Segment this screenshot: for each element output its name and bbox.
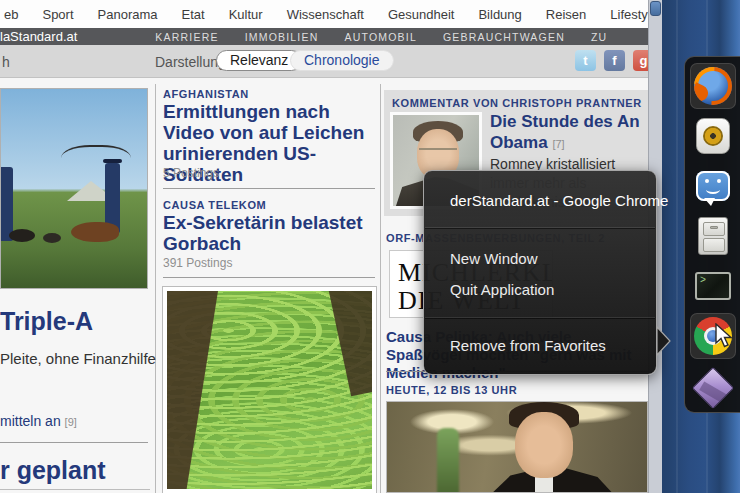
nav-item-zu-truncated[interactable]: ZU xyxy=(591,31,607,43)
nav-item-karriere[interactable]: KARRIERE xyxy=(155,31,218,43)
photo-bananas[interactable] xyxy=(163,287,376,493)
photo-shadow xyxy=(326,287,376,396)
link-text[interactable]: mitteln an xyxy=(0,413,61,429)
link-mitteln-an[interactable]: mitteln an [9] xyxy=(0,413,77,429)
face-shape xyxy=(515,412,573,478)
purple-diamond-icon xyxy=(692,367,734,409)
nav-item-automobil[interactable]: AUTOMOBIL xyxy=(344,31,416,43)
kicker-afghanistan[interactable]: AFGHANISTAN xyxy=(163,88,249,100)
nav-item-gesundheit[interactable]: Gesundheit xyxy=(388,7,455,22)
divider xyxy=(0,442,148,443)
column-divider xyxy=(380,84,381,493)
chat-bubble-icon xyxy=(696,171,730,201)
firefox-icon xyxy=(694,67,732,105)
photo-interview-guest[interactable] xyxy=(386,401,648,493)
site-top-navigation: eb Sport Panorama Etat Kultur Wissenscha… xyxy=(0,0,648,28)
menu-item-remove-from-favorites[interactable]: Remove from Favorites xyxy=(450,337,606,354)
figure-shape xyxy=(0,167,13,241)
nav-item-lifestyle[interactable]: Lifestyle xyxy=(610,7,648,22)
menu-item-new-window[interactable]: New Window xyxy=(450,250,538,267)
launcher-item-archive[interactable] xyxy=(690,213,736,259)
photo-herdsmen[interactable] xyxy=(0,88,148,289)
horse-shape xyxy=(71,222,119,242)
headline-geplant[interactable]: r geplant xyxy=(0,456,106,485)
divider xyxy=(163,277,375,278)
unity-launcher xyxy=(684,56,740,413)
hat-shape xyxy=(103,159,122,163)
menu-pointer-arrow xyxy=(657,326,673,356)
headline-line1[interactable]: Die Stunde des An xyxy=(490,112,640,131)
posting-count: [9] xyxy=(65,416,77,428)
headline-die-stunde[interactable]: Die Stunde des An Obama [7] xyxy=(490,111,648,155)
nav-item-web[interactable]: eb xyxy=(4,7,18,22)
posting-count: [7] xyxy=(552,138,564,150)
postings-meta[interactable]: 5 Postings xyxy=(163,166,219,180)
dog-shape xyxy=(43,233,61,243)
headline-line2[interactable]: Obama xyxy=(490,133,548,152)
dog-shape xyxy=(9,229,35,242)
teaser-pleite: Pleite, ohne Finanzhilfe xyxy=(0,350,156,367)
nav-item-gebrauchtwagen[interactable]: GEBRAUCHTWAGEN xyxy=(443,31,565,43)
kicker-heute[interactable]: HEUTE, 12 BIS 13 UHR xyxy=(386,384,517,396)
launcher-item-terminal[interactable] xyxy=(690,263,736,309)
chat-tail-shape xyxy=(704,198,715,206)
kicker-kommentar[interactable]: KOMMENTAR VON CHRISTOPH PRANTNER xyxy=(392,97,642,109)
toggle-chronologie[interactable]: Chronologie xyxy=(290,50,394,71)
photo-shadow xyxy=(163,287,219,493)
nav-item-sport[interactable]: Sport xyxy=(42,7,73,22)
screen: eb Sport Panorama Etat Kultur Wissenscha… xyxy=(0,0,740,493)
glasses-shape xyxy=(419,148,457,156)
terminal-icon xyxy=(695,272,731,300)
speaker-icon xyxy=(696,118,730,154)
nav-item-etat[interactable]: Etat xyxy=(182,7,205,22)
nav-item-bildung[interactable]: Bildung xyxy=(478,7,521,22)
sub-brand-bar: laStandard.at KARRIERE IMMOBILIEN AUTOMO… xyxy=(0,28,648,45)
chrome-quicklist-menu: derStandard.at - Google Chrome New Windo… xyxy=(423,170,657,375)
scrollbar-thumb[interactable] xyxy=(650,1,661,16)
mouse-cursor xyxy=(714,323,736,349)
bottle-shape xyxy=(437,428,459,493)
facebook-icon[interactable]: f xyxy=(604,50,625,71)
headline-triple-a[interactable]: Triple-A xyxy=(0,307,93,336)
drawer-handle xyxy=(710,226,718,229)
whip-shape xyxy=(61,145,131,171)
nav-item-panorama[interactable]: Panorama xyxy=(98,7,158,22)
nav-item-wissenschaft[interactable]: Wissenschaft xyxy=(287,7,364,22)
postings-meta[interactable]: 391 Postings xyxy=(163,256,232,270)
divider xyxy=(163,188,375,189)
headline-ex-sekretaerin[interactable]: Ex-Sekretärin belastet Gorbach xyxy=(163,212,375,254)
nav-item-immobilien[interactable]: IMMOBILIEN xyxy=(245,31,319,43)
nav-item-reisen[interactable]: Reisen xyxy=(546,7,586,22)
twitter-icon[interactable]: t xyxy=(575,50,596,71)
truncated-text-fragment: h xyxy=(2,54,10,70)
column-divider xyxy=(155,84,156,493)
launcher-item-chat[interactable] xyxy=(690,163,736,209)
nav-item-kultur[interactable]: Kultur xyxy=(229,7,263,22)
quicklist-window-title[interactable]: derStandard.at - Google Chrome xyxy=(450,192,668,209)
kicker-causa-telekom[interactable]: CAUSA TELEKOM xyxy=(163,199,266,211)
control-bar: h Darstellung: Relevanz Chronologie t f … xyxy=(0,45,648,78)
menu-item-quit-application[interactable]: Quit Application xyxy=(450,281,554,298)
launcher-item-image-app[interactable] xyxy=(690,365,736,411)
dark-bar-menu: KARRIERE IMMOBILIEN AUTOMOBIL GEBRAUCHTW… xyxy=(155,31,607,43)
desktop-band xyxy=(676,0,678,493)
menu-separator xyxy=(425,227,655,228)
launcher-item-firefox[interactable] xyxy=(690,63,736,109)
menu-separator xyxy=(425,317,655,318)
divider xyxy=(0,489,150,490)
brand-lastandard[interactable]: laStandard.at xyxy=(0,29,77,44)
googleplus-icon[interactable]: g xyxy=(633,50,648,71)
file-cabinet-icon xyxy=(698,217,728,255)
launcher-item-music[interactable] xyxy=(690,113,736,159)
drawer-handle xyxy=(710,242,718,245)
